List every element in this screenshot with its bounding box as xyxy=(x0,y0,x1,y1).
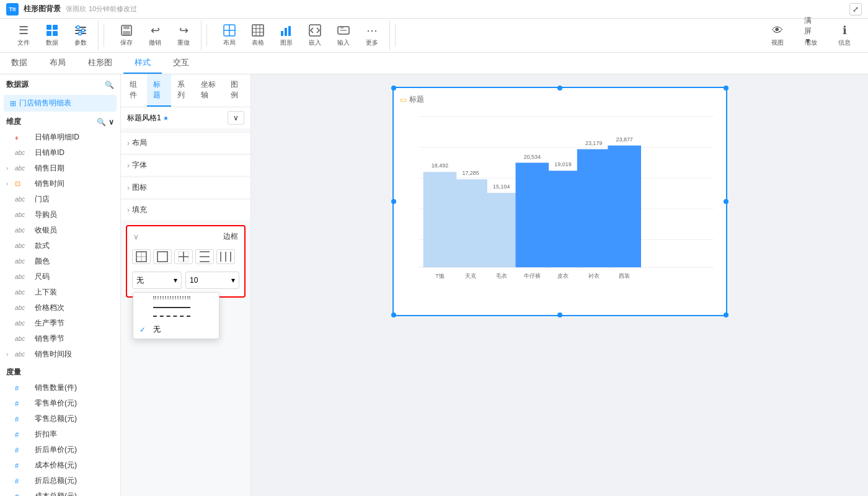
tab-data[interactable]: 数据 xyxy=(0,53,38,74)
border-style-select[interactable]: 无 ▾ xyxy=(132,272,182,289)
fill-section: › 填充 xyxy=(121,199,250,220)
field-icon-abc: abc xyxy=(15,351,32,358)
handle-top-center[interactable] xyxy=(557,86,562,91)
field-icon-hash: # xyxy=(15,462,32,469)
measure-item-折扣率[interactable]: # 折扣率 xyxy=(0,427,120,442)
field-item-销售日期[interactable]: › abc 销售日期 xyxy=(0,161,120,176)
style-tab-component[interactable]: 组件 xyxy=(123,74,147,107)
title-style-dropdown[interactable]: ∨ xyxy=(228,111,244,125)
field-item-销售时间[interactable]: › ⊡ 销售时间 xyxy=(0,176,120,192)
handle-middle-right[interactable] xyxy=(724,199,728,204)
info-icon: ℹ xyxy=(838,24,851,37)
measure-item-折后总额[interactable]: # 折后总额(元) xyxy=(0,473,120,489)
undo-button[interactable]: ↩ 撤销 xyxy=(141,20,169,50)
save-icon xyxy=(120,24,133,37)
field-item-导购员[interactable]: abc 导购员 xyxy=(0,207,120,223)
zoom-button[interactable]: 满屏 ▼ 缩放 xyxy=(792,20,830,50)
measure-item-零售总额[interactable]: # 零售总额(元) xyxy=(0,411,120,427)
svg-text:20,534: 20,534 xyxy=(523,154,540,160)
handle-bottom-right[interactable] xyxy=(724,312,728,317)
more-button[interactable]: ⋯ 更多 xyxy=(358,20,386,50)
field-item-尺码[interactable]: abc 尺码 xyxy=(0,269,120,285)
datasource-item[interactable]: ⊞ 门店销售明细表 xyxy=(4,95,117,112)
view-icon: 👁 xyxy=(771,24,784,37)
handle-top-left[interactable] xyxy=(391,86,396,91)
svg-rect-21 xyxy=(281,31,283,36)
chart-area: ▭ 标题 18,492 T恤 17,285 天克 xyxy=(251,74,868,496)
dashed-line-icon xyxy=(153,316,190,317)
measure-item-零售单价[interactable]: # 零售单价(元) xyxy=(0,396,120,411)
input-button[interactable]: 输入 xyxy=(330,20,357,50)
border-outer-button[interactable] xyxy=(153,249,172,264)
measure-item-折后单价[interactable]: # 折后单价(元) xyxy=(0,442,120,458)
layout-button[interactable]: 布局 xyxy=(216,20,243,50)
field-label: 导购员 xyxy=(35,210,57,220)
tab-layout[interactable]: 布局 xyxy=(38,53,77,74)
handle-top-right[interactable] xyxy=(724,86,728,91)
chart-button[interactable]: 图形 xyxy=(273,20,300,50)
border-inner-button[interactable] xyxy=(174,249,193,264)
tab-chart[interactable]: 柱形图 xyxy=(77,53,123,74)
chart-container[interactable]: ▭ 标题 18,492 T恤 17,285 天克 xyxy=(392,87,727,316)
info-button[interactable]: ℹ 信息 xyxy=(831,20,858,50)
style-tab-axis[interactable]: 坐标轴 xyxy=(195,74,224,107)
maximize-button[interactable]: ⤢ xyxy=(849,3,862,16)
measure-item-成本价格[interactable]: # 成本价格(元) xyxy=(0,458,120,473)
menu-button[interactable]: ☰ 文件 xyxy=(10,20,37,50)
fill-section-toggle[interactable]: › 填充 xyxy=(121,199,250,220)
dropdown-item-dashed[interactable] xyxy=(133,312,219,321)
time-ago: 10分钟前修改过 xyxy=(89,4,137,14)
icon-section-toggle[interactable]: › 图标 xyxy=(121,177,250,198)
save-button[interactable]: 保存 xyxy=(113,20,140,50)
dim-expand-icon[interactable]: ∨ xyxy=(108,118,114,126)
field-item-日销单ID[interactable]: abc 日销单ID xyxy=(0,145,120,161)
field-item-收银员[interactable]: abc 收银员 xyxy=(0,223,120,238)
section-label: 字体 xyxy=(132,160,147,170)
field-item-上下装[interactable]: abc 上下装 xyxy=(0,285,120,300)
border-horizontal-button[interactable] xyxy=(195,249,214,264)
arrow-down-icon: ∨ xyxy=(133,232,139,241)
field-item-日销单明细ID[interactable]: ♦ 日销单明细ID xyxy=(0,130,120,145)
field-item-生产季节[interactable]: abc 生产季节 xyxy=(0,316,120,331)
view-button[interactable]: 👁 视图 xyxy=(764,20,791,50)
field-item-款式[interactable]: abc 款式 xyxy=(0,238,120,254)
params-button[interactable]: 参数 xyxy=(67,20,94,50)
dropdown-item-solid[interactable] xyxy=(133,303,219,312)
handle-middle-left[interactable] xyxy=(391,199,396,204)
font-section-toggle[interactable]: › 字体 xyxy=(121,154,250,175)
border-section: ∨ 边框 xyxy=(126,225,246,298)
table-button[interactable]: 表格 xyxy=(244,20,272,50)
field-item-销售季节[interactable]: abc 销售季节 xyxy=(0,331,120,347)
field-label: 销售季节 xyxy=(35,334,64,344)
data-button[interactable]: 数据 xyxy=(38,20,66,50)
style-tab-title[interactable]: 标题 xyxy=(147,74,170,107)
svg-text:23,179: 23,179 xyxy=(585,140,601,146)
toolbar: ☰ 文件 数据 xyxy=(0,19,868,53)
field-item-价格档次[interactable]: abc 价格档次 xyxy=(0,300,120,316)
dropdown-item-none[interactable]: ✓ 无 xyxy=(133,321,219,339)
handle-bottom-left[interactable] xyxy=(391,312,396,317)
border-vertical-button[interactable] xyxy=(216,249,235,264)
measure-item-销售数量[interactable]: # 销售数量(件) xyxy=(0,380,120,396)
measure-item-成本总额[interactable]: # 成本总额(元) xyxy=(0,489,120,496)
field-item-门店[interactable]: abc 门店 xyxy=(0,192,120,207)
dropdown-item-dotted[interactable] xyxy=(133,293,219,303)
field-item-颜色[interactable]: abc 颜色 xyxy=(0,254,120,269)
style-tab-series[interactable]: 系列 xyxy=(171,74,195,107)
datasource-header: 数据源 🔍 xyxy=(0,74,120,95)
border-section-toggle[interactable]: ∨ 边框 xyxy=(127,226,244,247)
layout-section-toggle[interactable]: › 布局 xyxy=(121,132,250,153)
embed-button[interactable]: 嵌入 xyxy=(301,20,329,50)
dim-search-icon[interactable]: 🔍 xyxy=(97,118,106,126)
field-icon-abc: abc xyxy=(15,165,32,172)
svg-rect-11 xyxy=(123,25,130,29)
redo-button[interactable]: ↪ 重做 xyxy=(170,20,197,50)
search-icon[interactable]: 🔍 xyxy=(105,81,114,89)
handle-bottom-center[interactable] xyxy=(557,312,562,317)
field-item-销售时间段[interactable]: › abc 销售时间段 xyxy=(0,347,120,362)
border-thickness-select[interactable]: 10 ▾ xyxy=(185,272,239,289)
style-tab-legend[interactable]: 图例 xyxy=(224,74,248,107)
tab-style[interactable]: 样式 xyxy=(123,53,162,74)
border-all-button[interactable] xyxy=(132,249,151,264)
tab-interact[interactable]: 交互 xyxy=(162,53,200,74)
